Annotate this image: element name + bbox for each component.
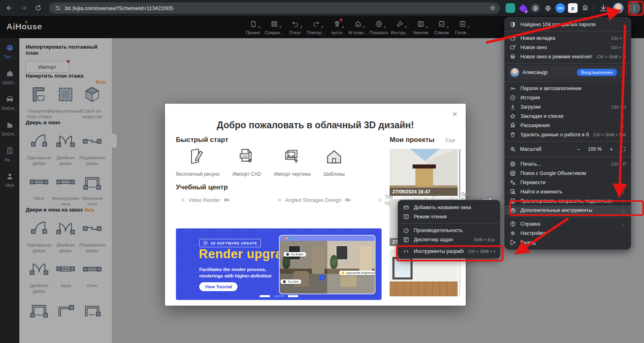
menu-item[interactable]: Удалить данные о работе в браузере... Ct… [505,130,631,139]
learn-label: Angled Storages Design [285,197,341,203]
menu-item[interactable]: Загрузки Ctrl + J [505,102,631,111]
menu-item-label: Инструменты разработчика [414,249,464,254]
menu-item[interactable]: Дополнительные инструменты [505,205,631,215]
extension-pp-icon[interactable]: p [568,3,578,13]
menu-item[interactable]: Новая вкладка Ctrl + T [505,33,631,43]
menu-item[interactable]: Перевести [505,178,631,187]
url-text[interactable]: 3d.3vjia.com/oversea?SchemeId=113422005 [64,5,489,11]
menu-group-data: Пароли и автозаполнение История Загрузки… [505,84,631,139]
profile-name: Александр [522,70,574,75]
browser-menu-button[interactable] [628,2,640,14]
extension-globe-icon[interactable] [543,3,553,13]
menu-item-label: Закладки и списки [520,113,617,119]
quickstart-row: бесплатный рисуно CAD Импорт CAD Импорт … [176,146,345,177]
site-info-icon[interactable] [55,5,61,11]
chevron-right-icon [621,95,626,100]
menu-item[interactable]: Справка [505,219,631,228]
quickstart-item[interactable]: бесплатный рисуно [176,146,220,177]
chevron-right-icon [621,208,626,213]
more-link[interactable]: Еще [446,138,455,143]
menu-item[interactable]: Найти и изменить [505,187,631,196]
compare-slider-handle[interactable]: › [319,275,325,281]
menu-item[interactable]: Пароли и автозаполнение [505,84,631,93]
menu-item[interactable]: Транслировать, сохранить, поделиться [505,196,631,205]
bookmark-star-icon[interactable] [489,5,496,11]
mi-download-icon [510,104,516,110]
mock-close-dot [283,237,285,239]
menu-item[interactable]: Поиск с Google Объективом [505,168,631,178]
mi-cast-icon [510,198,516,204]
menu-shortcut: Ctrl + Shift + Del [593,132,626,137]
room-divider [359,246,372,274]
hexagon-cube-icon [203,240,208,246]
mi-translate-icon [510,179,516,186]
learn-item[interactable]: Angled Storages Design [278,195,378,205]
menu-item-label: Найти и изменить [520,189,617,195]
menu-item-password-alert[interactable]: Найдено 104 раскрытых пароля. [505,20,631,29]
learn-label: Video Render [188,197,220,203]
learn-item[interactable]: Video Render [181,195,278,205]
render-comparison: Too Bright Too Dark Appropriate Brightne… [280,241,375,294]
back-button[interactable] [4,3,14,13]
menu-item[interactable]: Новое окно Ctrl + N [505,43,631,52]
menu-item[interactable]: История [505,93,631,102]
extension-zm-icon[interactable]: zm [555,3,565,13]
menu-item[interactable]: Инструменты разработчика Ctrl + Shift + … [398,246,500,256]
project-thumbnail[interactable]: 27/09/2024 16:47 [390,149,458,196]
menu-item[interactable]: Настройки [505,228,631,238]
menu-divider [505,141,631,142]
banner-badge: 3D SOFTWARE UPDATE [199,239,261,247]
learning-center-heading: Учебный центр [176,183,228,191]
menu-item[interactable]: Новое окно в режиме инкогнито Ctrl + Shi… [505,52,631,61]
extension-darkglobe-icon[interactable] [530,3,540,13]
profile-avatar[interactable] [613,3,623,13]
tag-too-bright: Too Bright [284,252,306,257]
menu-item[interactable]: Расширения [505,121,631,130]
extension-teal-icon[interactable] [506,3,515,13]
zoom-in-button[interactable]: + [607,145,615,153]
quickstart-item[interactable]: Импорт чертежа [274,146,310,177]
menu-item[interactable]: Печать... Ctrl + P [505,159,631,168]
carousel-dot[interactable] [260,295,270,297]
downloads-button[interactable] [599,3,608,13]
menu-profile-row[interactable]: Александр Вход выполнен [508,66,627,79]
address-bar[interactable]: 3d.3vjia.com/oversea?SchemeId=113422005 [49,2,500,14]
mock-window-titlebar [280,236,375,241]
menu-item[interactable]: Диспетчер задач Shift + Esc [398,235,500,244]
menu-item-label: Режим чтения [414,214,495,220]
menu-item[interactable]: Выход [505,238,631,247]
reload-button[interactable] [33,3,43,13]
quickstart-item[interactable]: CAD Импорт CAD [233,146,261,177]
screen: 3d.3vjia.com/oversea?SchemeId=113422005 … [0,0,644,343]
close-icon[interactable]: ✕ [452,110,458,119]
carousel-dot[interactable] [288,295,298,297]
menu-shortcut: Ctrl + T [611,36,626,41]
zoom-out-button[interactable]: − [574,145,582,153]
forward-button[interactable] [19,3,29,13]
promo-banner[interactable]: 3D SOFTWARE UPDATE Render upgraded Facil… [176,228,382,300]
armchair [293,271,309,287]
view-tutorial-button[interactable]: View Tutorial [199,282,237,291]
extension-puzzle-icon[interactable] [580,3,590,13]
chevron-right-icon [621,86,626,91]
more-tools-submenu: Добавить название окна Режим чтения Прои… [398,200,500,259]
menu-item[interactable]: Режим чтения [398,212,500,221]
carousel-dot-active[interactable] [274,295,284,297]
chevron-right-icon [621,114,626,119]
menu-item[interactable]: Добавить название окна [398,203,500,212]
toolbar-separator [593,4,594,12]
mi-taskmgr-icon [403,236,409,243]
extension-gem-icon[interactable]: 6 [518,3,528,13]
bullet-dot [181,198,185,202]
mi-help-icon [510,221,516,227]
menu-item-label: Диспетчер задач [414,237,469,242]
quickstart-item[interactable]: Шаблоны [324,146,345,177]
extension-badge: 6 [524,9,528,14]
video-camera-icon [345,197,351,203]
menu-item-label: Расширения [520,123,617,128]
menu-item[interactable]: Производительность [398,226,500,235]
chevron-right-icon [620,70,625,75]
menu-item[interactable]: Закладки и списки [505,111,631,121]
fullscreen-icon[interactable] [620,146,626,152]
mi-star-icon [510,113,516,119]
